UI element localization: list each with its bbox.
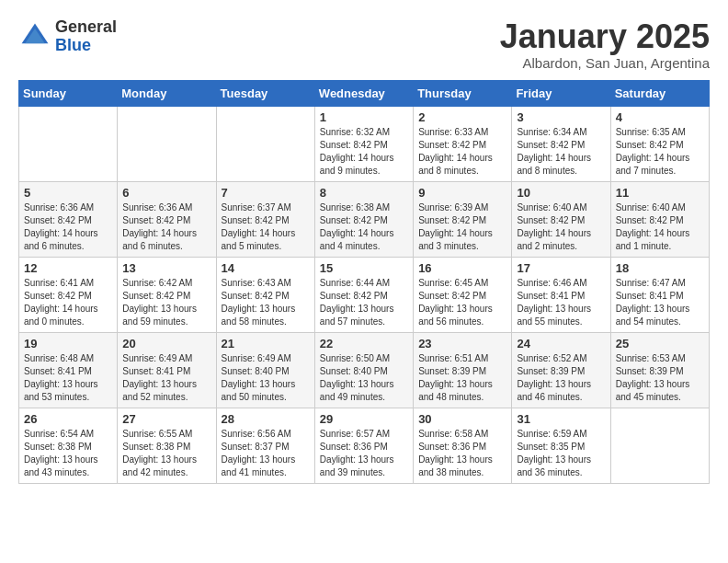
calendar-cell-2-4: 16Sunrise: 6:45 AMSunset: 8:42 PMDayligh… xyxy=(414,257,512,332)
sunset-9: Sunset: 8:42 PM xyxy=(418,215,486,225)
sunset-11: Sunset: 8:42 PM xyxy=(616,215,684,225)
day-info-29: Sunrise: 6:57 AMSunset: 8:36 PMDaylight:… xyxy=(320,428,408,479)
day-number-8: 8 xyxy=(320,186,408,200)
calendar-cell-1-0: 5Sunrise: 6:36 AMSunset: 8:42 PMDaylight… xyxy=(19,181,118,257)
calendar-cell-4-3: 29Sunrise: 6:57 AMSunset: 8:36 PMDayligh… xyxy=(314,408,413,483)
sunset-2: Sunset: 8:42 PM xyxy=(418,140,486,150)
daylight-9: Daylight: 14 hours and 3 minutes. xyxy=(418,228,493,251)
sunset-15: Sunset: 8:42 PM xyxy=(320,291,388,301)
sunset-20: Sunset: 8:41 PM xyxy=(122,366,190,376)
sunrise-14: Sunrise: 6:43 AM xyxy=(222,278,291,288)
day-info-5: Sunrise: 6:36 AMSunset: 8:42 PMDaylight:… xyxy=(24,201,112,253)
sunrise-25: Sunrise: 6:53 AM xyxy=(616,353,686,363)
day-number-15: 15 xyxy=(320,261,408,275)
sunset-30: Sunset: 8:36 PM xyxy=(418,442,486,452)
day-info-25: Sunrise: 6:53 AMSunset: 8:39 PMDaylight:… xyxy=(616,352,704,404)
calendar-cell-4-4: 30Sunrise: 6:58 AMSunset: 8:36 PMDayligh… xyxy=(414,408,512,483)
calendar-cell-0-2 xyxy=(216,106,314,181)
day-number-14: 14 xyxy=(222,261,310,275)
calendar-cell-2-6: 18Sunrise: 6:47 AMSunset: 8:41 PMDayligh… xyxy=(610,257,709,332)
day-info-13: Sunrise: 6:42 AMSunset: 8:42 PMDaylight:… xyxy=(122,277,210,328)
sunset-7: Sunset: 8:42 PM xyxy=(222,215,290,225)
daylight-2: Daylight: 14 hours and 8 minutes. xyxy=(418,153,493,176)
sunset-31: Sunset: 8:35 PM xyxy=(517,442,585,452)
daylight-12: Daylight: 14 hours and 0 minutes. xyxy=(24,304,98,327)
daylight-27: Daylight: 13 hours and 42 minutes. xyxy=(122,454,197,477)
title-block: January 2025 Albardon, San Juan, Argenti… xyxy=(500,18,710,71)
day-info-27: Sunrise: 6:55 AMSunset: 8:38 PMDaylight:… xyxy=(122,428,210,479)
day-info-6: Sunrise: 6:36 AMSunset: 8:42 PMDaylight:… xyxy=(122,201,210,253)
daylight-18: Daylight: 13 hours and 54 minutes. xyxy=(616,304,690,327)
sunrise-17: Sunrise: 6:46 AM xyxy=(517,278,586,288)
day-number-24: 24 xyxy=(517,337,605,350)
calendar-cell-4-6 xyxy=(610,408,709,483)
calendar-cell-4-2: 28Sunrise: 6:56 AMSunset: 8:37 PMDayligh… xyxy=(216,408,314,483)
header-thursday: Thursday xyxy=(414,80,512,106)
calendar-cell-0-4: 2Sunrise: 6:33 AMSunset: 8:42 PMDaylight… xyxy=(414,106,512,181)
day-number-11: 11 xyxy=(616,186,704,200)
day-number-10: 10 xyxy=(517,186,605,200)
calendar-cell-1-3: 8Sunrise: 6:38 AMSunset: 8:42 PMDaylight… xyxy=(314,181,413,257)
sunrise-27: Sunrise: 6:55 AM xyxy=(122,429,192,439)
day-number-17: 17 xyxy=(517,261,605,275)
calendar-cell-1-2: 7Sunrise: 6:37 AMSunset: 8:42 PMDaylight… xyxy=(216,181,314,257)
sunset-8: Sunset: 8:42 PM xyxy=(320,215,388,225)
sunrise-26: Sunrise: 6:54 AM xyxy=(24,429,94,439)
sunrise-23: Sunrise: 6:51 AM xyxy=(418,353,488,363)
sunset-26: Sunset: 8:38 PM xyxy=(24,442,92,452)
sunset-1: Sunset: 8:42 PM xyxy=(320,140,388,150)
daylight-22: Daylight: 13 hours and 49 minutes. xyxy=(320,379,394,402)
daylight-6: Daylight: 14 hours and 6 minutes. xyxy=(122,228,197,251)
calendar-cell-3-0: 19Sunrise: 6:48 AMSunset: 8:41 PMDayligh… xyxy=(19,332,118,408)
calendar-cell-3-5: 24Sunrise: 6:52 AMSunset: 8:39 PMDayligh… xyxy=(512,332,610,408)
day-info-11: Sunrise: 6:40 AMSunset: 8:42 PMDaylight:… xyxy=(616,201,704,253)
day-info-23: Sunrise: 6:51 AMSunset: 8:39 PMDaylight:… xyxy=(418,352,506,404)
sunset-3: Sunset: 8:42 PM xyxy=(517,140,585,150)
sunrise-10: Sunrise: 6:40 AM xyxy=(517,202,586,213)
sunset-4: Sunset: 8:42 PM xyxy=(616,140,684,150)
calendar-cell-2-1: 13Sunrise: 6:42 AMSunset: 8:42 PMDayligh… xyxy=(118,257,216,332)
daylight-31: Daylight: 13 hours and 36 minutes. xyxy=(517,454,591,477)
day-number-16: 16 xyxy=(418,261,506,275)
daylight-1: Daylight: 14 hours and 9 minutes. xyxy=(320,153,394,176)
sunset-25: Sunset: 8:39 PM xyxy=(616,366,684,376)
day-info-18: Sunrise: 6:47 AMSunset: 8:41 PMDaylight:… xyxy=(616,277,704,328)
header-sunday: Sunday xyxy=(19,80,118,106)
daylight-13: Daylight: 13 hours and 59 minutes. xyxy=(122,304,197,327)
day-info-15: Sunrise: 6:44 AMSunset: 8:42 PMDaylight:… xyxy=(320,277,408,328)
page: General Blue January 2025 Albardon, San … xyxy=(0,0,728,502)
day-info-28: Sunrise: 6:56 AMSunset: 8:37 PMDaylight:… xyxy=(222,428,310,479)
sunset-28: Sunset: 8:37 PM xyxy=(222,442,290,452)
calendar-cell-1-4: 9Sunrise: 6:39 AMSunset: 8:42 PMDaylight… xyxy=(414,181,512,257)
logo-text: General Blue xyxy=(55,18,117,55)
daylight-20: Daylight: 13 hours and 52 minutes. xyxy=(122,379,197,402)
day-info-20: Sunrise: 6:49 AMSunset: 8:41 PMDaylight:… xyxy=(122,352,210,404)
sunrise-28: Sunrise: 6:56 AM xyxy=(222,429,291,439)
sunset-16: Sunset: 8:42 PM xyxy=(418,291,486,301)
day-number-4: 4 xyxy=(616,110,704,124)
sunrise-15: Sunrise: 6:44 AM xyxy=(320,278,390,288)
header-monday: Monday xyxy=(118,80,216,106)
day-info-10: Sunrise: 6:40 AMSunset: 8:42 PMDaylight:… xyxy=(517,201,605,253)
day-number-22: 22 xyxy=(320,337,408,350)
sunrise-18: Sunrise: 6:47 AM xyxy=(616,278,686,288)
sunset-29: Sunset: 8:36 PM xyxy=(320,442,388,452)
sunrise-21: Sunrise: 6:49 AM xyxy=(222,353,291,363)
day-info-1: Sunrise: 6:32 AMSunset: 8:42 PMDaylight:… xyxy=(320,126,408,178)
sunrise-2: Sunrise: 6:33 AM xyxy=(418,127,488,137)
calendar-cell-3-6: 25Sunrise: 6:53 AMSunset: 8:39 PMDayligh… xyxy=(610,332,709,408)
sunset-10: Sunset: 8:42 PM xyxy=(517,215,585,225)
day-number-5: 5 xyxy=(24,186,112,200)
calendar-cell-2-5: 17Sunrise: 6:46 AMSunset: 8:41 PMDayligh… xyxy=(512,257,610,332)
day-number-28: 28 xyxy=(222,412,310,426)
day-info-31: Sunrise: 6:59 AMSunset: 8:35 PMDaylight:… xyxy=(517,428,605,479)
day-info-2: Sunrise: 6:33 AMSunset: 8:42 PMDaylight:… xyxy=(418,126,506,178)
day-number-23: 23 xyxy=(418,337,506,350)
daylight-26: Daylight: 13 hours and 43 minutes. xyxy=(24,454,98,477)
calendar-cell-2-2: 14Sunrise: 6:43 AMSunset: 8:42 PMDayligh… xyxy=(216,257,314,332)
sunset-18: Sunset: 8:41 PM xyxy=(616,291,684,301)
header-friday: Friday xyxy=(512,80,610,106)
sunrise-29: Sunrise: 6:57 AM xyxy=(320,429,390,439)
sunrise-31: Sunrise: 6:59 AM xyxy=(517,429,586,439)
daylight-5: Daylight: 14 hours and 6 minutes. xyxy=(24,228,98,251)
